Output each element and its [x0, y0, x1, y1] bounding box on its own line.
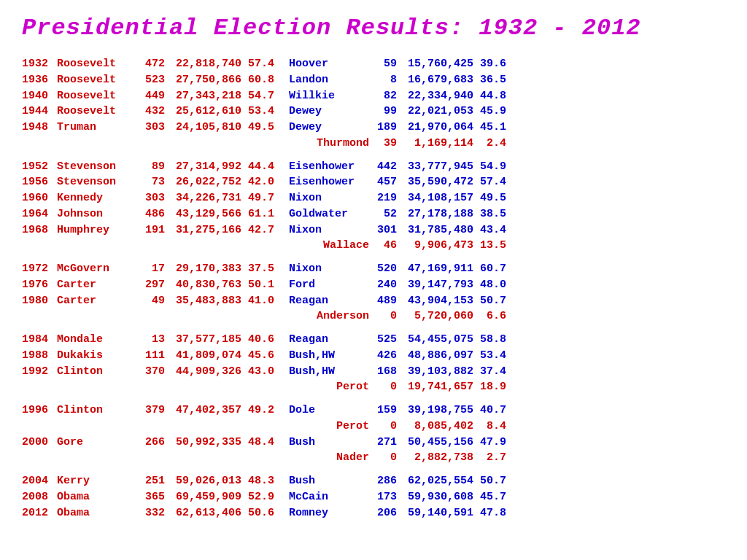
dem-name: Johnson [57, 206, 137, 222]
dem-pct: 54.7 [241, 88, 274, 104]
dem-votes: 50,992,335 [165, 435, 241, 451]
dem-pct: 43.0 [241, 364, 274, 380]
dem-ev: 523 [137, 72, 165, 88]
dem-pct: 49.5 [241, 120, 274, 136]
year: 1952 [22, 159, 57, 175]
rep-ev: 82 [369, 88, 397, 104]
rep-pct: 54.9 [473, 159, 506, 175]
year: 2004 [22, 473, 57, 489]
dem-ev: 370 [137, 364, 165, 380]
election-row: 1948 Truman 303 24,105,810 49.5 Dewey 18… [22, 120, 725, 136]
rep-ev: 520 [369, 261, 397, 277]
rep-name: Nixon [289, 261, 369, 277]
dem-pct: 42.7 [241, 222, 274, 238]
dem-votes: 41,809,074 [165, 348, 241, 364]
rep-name: Dole [289, 402, 369, 419]
rep-votes: 43,904,153 [397, 293, 473, 309]
election-row: 2000 Gore 266 50,992,335 48.4 Bush 271 5… [22, 435, 725, 451]
rep-ev: 457 [369, 174, 397, 190]
election-row: 1968 Humphrey 191 31,275,166 42.7 Nixon … [22, 222, 725, 238]
dem-name: Mondale [57, 332, 137, 348]
rep-pct: 43.4 [473, 222, 506, 238]
rep-ev: 59 [369, 56, 397, 72]
rep-name: Reagan [289, 332, 369, 348]
rep-votes: 54,455,075 [397, 332, 473, 348]
rep-ev: 206 [369, 505, 397, 521]
year: 2012 [22, 505, 57, 521]
dem-name: Roosevelt [57, 72, 137, 88]
election-row: 2008 Obama 365 69,459,909 52.9 McCain 17… [22, 489, 725, 505]
election-row: 1996 Clinton 379 47,402,357 49.2 Dole 15… [22, 402, 725, 419]
election-row: 1952 Stevenson 89 27,314,992 44.4 Eisenh… [22, 159, 725, 175]
dem-name: Obama [57, 489, 137, 505]
dem-name: Roosevelt [57, 104, 137, 120]
third-votes: 1,169,114 [397, 136, 473, 152]
rep-pct: 45.1 [473, 120, 506, 136]
year: 1940 [22, 88, 57, 104]
dem-votes: 24,105,810 [165, 120, 241, 136]
year: 1972 [22, 261, 57, 277]
rep-votes: 59,930,608 [397, 489, 473, 505]
rep-votes: 22,021,053 [397, 104, 473, 120]
dem-ev: 365 [137, 489, 165, 505]
third-pct: 6.6 [473, 308, 506, 324]
rep-pct: 48.0 [473, 277, 506, 293]
dem-name: Roosevelt [57, 88, 137, 104]
dem-votes: 25,612,610 [165, 104, 241, 120]
third-party-row: Perot 0 19,741,657 18.9 [22, 379, 725, 395]
rep-ev: 168 [369, 364, 397, 380]
rep-name: Willkie [289, 88, 369, 104]
rep-pct: 60.7 [473, 261, 506, 277]
dem-ev: 303 [137, 190, 165, 206]
dem-name: Stevenson [57, 174, 137, 190]
dem-pct: 41.0 [241, 293, 274, 309]
rep-name: Landon [289, 72, 369, 88]
rep-votes: 31,785,480 [397, 222, 473, 238]
rep-name: Bush,HW [289, 348, 369, 364]
rep-votes: 39,103,882 [397, 364, 473, 380]
dem-pct: 48.3 [241, 473, 274, 489]
rep-votes: 39,198,755 [397, 402, 473, 419]
rep-name: Eisenhower [289, 159, 369, 175]
rep-ev: 52 [369, 206, 397, 222]
year: 2008 [22, 489, 57, 505]
rep-name: Ford [289, 277, 369, 293]
rep-votes: 33,777,945 [397, 159, 473, 175]
dem-name: Kerry [57, 473, 137, 489]
rep-name: Hoover [289, 56, 369, 72]
dem-pct: 44.4 [241, 159, 274, 175]
dem-votes: 29,170,383 [165, 261, 241, 277]
elections-table: 1932 Roosevelt 472 22,818,740 57.4 Hoove… [22, 56, 725, 521]
rep-votes: 15,760,425 [397, 56, 473, 72]
dem-votes: 27,343,218 [165, 88, 241, 104]
rep-ev: 240 [369, 277, 397, 293]
rep-votes: 35,590,472 [397, 174, 473, 190]
dem-ev: 432 [137, 104, 165, 120]
dem-name: Dukakis [57, 348, 137, 364]
third-votes: 19,741,657 [397, 379, 473, 395]
dem-pct: 42.0 [241, 174, 274, 190]
dem-ev: 89 [137, 159, 165, 175]
rep-pct: 44.8 [473, 88, 506, 104]
rep-votes: 47,169,911 [397, 261, 473, 277]
dem-votes: 26,022,752 [165, 174, 241, 190]
rep-name: Goldwater [289, 206, 369, 222]
dem-pct: 50.6 [241, 505, 274, 521]
rep-pct: 50.7 [473, 293, 506, 309]
rep-ev: 219 [369, 190, 397, 206]
election-row: 1956 Stevenson 73 26,022,752 42.0 Eisenh… [22, 174, 725, 190]
third-party-row: Thurmond 39 1,169,114 2.4 [22, 136, 725, 152]
page-title: Presidential Election Results: 1932 - 20… [22, 15, 725, 42]
rep-ev: 286 [369, 473, 397, 489]
year: 1944 [22, 104, 57, 120]
rep-votes: 50,455,156 [397, 435, 473, 451]
third-pct: 8.4 [473, 419, 506, 435]
dem-name: Carter [57, 293, 137, 309]
dem-votes: 43,129,566 [165, 206, 241, 222]
third-name: Perot [289, 379, 369, 395]
election-row: 1992 Clinton 370 44,909,326 43.0 Bush,HW… [22, 364, 725, 380]
dem-ev: 111 [137, 348, 165, 364]
dem-name: Carter [57, 277, 137, 293]
dem-ev: 297 [137, 277, 165, 293]
third-name: Thurmond [289, 136, 369, 152]
